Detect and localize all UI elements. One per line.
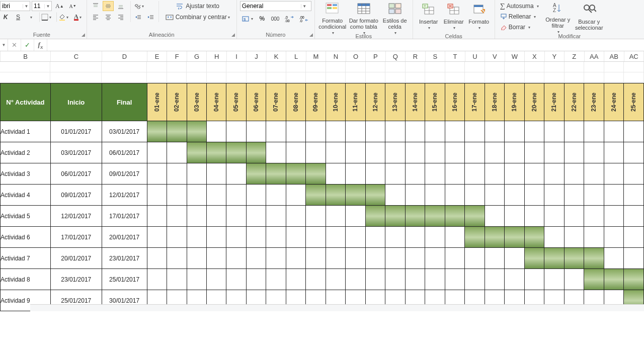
gantt-cell[interactable] bbox=[246, 142, 266, 163]
gantt-cell[interactable] bbox=[524, 185, 544, 206]
gantt-cell[interactable] bbox=[306, 248, 326, 269]
gantt-cell[interactable] bbox=[306, 206, 326, 227]
gantt-cell[interactable] bbox=[584, 185, 604, 206]
cell-start[interactable]: 09/01/2017 bbox=[50, 185, 102, 206]
chevron-down-icon[interactable]: ▼ bbox=[44, 4, 51, 9]
cell[interactable] bbox=[565, 62, 585, 72]
gantt-cell[interactable] bbox=[365, 206, 385, 227]
delete-button[interactable]: Eliminar▾ bbox=[441, 1, 466, 34]
gantt-cell[interactable] bbox=[485, 227, 504, 248]
gantt-cell[interactable] bbox=[505, 269, 524, 290]
cell-start[interactable]: 12/01/2017 bbox=[50, 206, 102, 227]
gantt-cell[interactable] bbox=[187, 142, 206, 163]
gantt-cell[interactable] bbox=[505, 142, 524, 163]
align-right-button[interactable] bbox=[115, 12, 126, 22]
column-header[interactable]: Y bbox=[545, 51, 565, 61]
gantt-cell[interactable] bbox=[564, 269, 584, 290]
cell[interactable] bbox=[544, 72, 565, 82]
cell[interactable] bbox=[102, 72, 147, 82]
gantt-cell[interactable] bbox=[445, 121, 464, 142]
cell[interactable] bbox=[385, 62, 406, 72]
gantt-cell[interactable] bbox=[604, 163, 623, 185]
grid-row[interactable] bbox=[0, 62, 644, 72]
gantt-cell[interactable] bbox=[465, 206, 485, 227]
gantt-cell[interactable] bbox=[445, 206, 464, 227]
chevron-down-icon[interactable]: ▼ bbox=[301, 4, 308, 9]
gantt-cell[interactable] bbox=[286, 142, 305, 163]
cell[interactable] bbox=[525, 62, 545, 72]
table-row[interactable]: Actividad 720/01/201723/01/2017 bbox=[1, 248, 644, 269]
cell[interactable] bbox=[465, 72, 485, 82]
table-row[interactable]: Actividad 512/01/201717/01/2017 bbox=[1, 206, 644, 227]
gantt-cell[interactable] bbox=[246, 163, 266, 185]
gantt-cell[interactable] bbox=[385, 227, 405, 248]
cell[interactable] bbox=[485, 72, 505, 82]
gantt-cell[interactable] bbox=[187, 121, 206, 142]
cell[interactable] bbox=[525, 72, 545, 82]
column-header[interactable]: Z bbox=[565, 51, 584, 61]
gantt-cell[interactable] bbox=[266, 142, 286, 163]
cell[interactable] bbox=[505, 72, 525, 82]
gantt-cell[interactable] bbox=[544, 142, 564, 163]
gantt-cell[interactable] bbox=[524, 248, 544, 269]
gantt-cell[interactable] bbox=[425, 185, 445, 206]
table-row[interactable]: Actividad 101/01/201703/01/2017 bbox=[1, 121, 644, 142]
gantt-cell[interactable] bbox=[266, 227, 286, 248]
header-day[interactable]: 02-ene bbox=[167, 83, 187, 121]
cell[interactable] bbox=[147, 62, 167, 72]
gantt-cell[interactable] bbox=[385, 269, 405, 290]
cell[interactable] bbox=[406, 72, 426, 82]
gantt-cell[interactable] bbox=[485, 142, 504, 163]
gantt-cell[interactable] bbox=[206, 248, 226, 269]
gantt-cell[interactable] bbox=[485, 163, 504, 185]
cell[interactable] bbox=[425, 62, 445, 72]
gantt-cell[interactable] bbox=[266, 185, 286, 206]
gantt-cell[interactable] bbox=[266, 269, 286, 290]
gantt-cell[interactable] bbox=[326, 227, 345, 248]
cell[interactable] bbox=[624, 62, 644, 72]
gantt-cell[interactable] bbox=[604, 269, 623, 290]
gantt-cell[interactable] bbox=[564, 185, 584, 206]
gantt-cell[interactable] bbox=[206, 227, 226, 248]
gantt-cell[interactable] bbox=[564, 206, 584, 227]
header-day[interactable]: 23-ene bbox=[584, 83, 604, 121]
header-day[interactable]: 19-ene bbox=[505, 83, 524, 121]
insert-button[interactable]: + Insertar▾ bbox=[416, 1, 441, 34]
cell[interactable] bbox=[604, 72, 624, 82]
decrease-indent-button[interactable] bbox=[133, 12, 144, 22]
gantt-cell[interactable] bbox=[584, 248, 604, 269]
cell[interactable] bbox=[167, 72, 187, 82]
format-as-table-button[interactable]: Dar formato como tabla▾ bbox=[347, 1, 380, 34]
font-name-input[interactable] bbox=[1, 2, 23, 11]
cell[interactable] bbox=[266, 72, 286, 82]
gantt-cell[interactable] bbox=[465, 163, 485, 185]
cell[interactable] bbox=[147, 72, 167, 82]
table-row[interactable]: Actividad 203/01/201706/01/2017 bbox=[1, 142, 644, 163]
column-header[interactable]: R bbox=[406, 51, 425, 61]
fill-color-button[interactable]: ▾ bbox=[56, 12, 70, 22]
gantt-cell[interactable] bbox=[286, 206, 305, 227]
gantt-cell[interactable] bbox=[147, 185, 167, 206]
align-bottom-button[interactable] bbox=[115, 1, 126, 11]
cell[interactable] bbox=[346, 72, 366, 82]
gantt-cell[interactable] bbox=[326, 121, 345, 142]
cell-activity[interactable]: Actividad 3 bbox=[1, 163, 51, 185]
cell[interactable] bbox=[207, 72, 227, 82]
dialog-launcher-icon[interactable]: ◢ bbox=[82, 32, 85, 37]
increase-font-button[interactable]: A▲ bbox=[53, 1, 66, 11]
column-header[interactable]: B bbox=[1, 51, 51, 61]
gantt-cell[interactable] bbox=[465, 227, 485, 248]
header-day[interactable]: 12-ene bbox=[365, 83, 385, 121]
gantt-cell[interactable] bbox=[206, 163, 226, 185]
cell[interactable] bbox=[0, 62, 50, 72]
accounting-format-button[interactable]: $▾ bbox=[240, 14, 255, 24]
cell[interactable] bbox=[0, 72, 50, 82]
gantt-cell[interactable] bbox=[584, 121, 604, 142]
cell-activity[interactable]: Actividad 6 bbox=[1, 227, 51, 248]
cell-activity[interactable]: Actividad 2 bbox=[1, 142, 51, 163]
gantt-cell[interactable] bbox=[226, 248, 246, 269]
gantt-cell[interactable] bbox=[425, 121, 445, 142]
increase-decimal-button[interactable]: ,0,00 bbox=[283, 14, 296, 24]
header-day[interactable]: 11-ene bbox=[346, 83, 365, 121]
cell-start[interactable]: 20/01/2017 bbox=[50, 248, 102, 269]
